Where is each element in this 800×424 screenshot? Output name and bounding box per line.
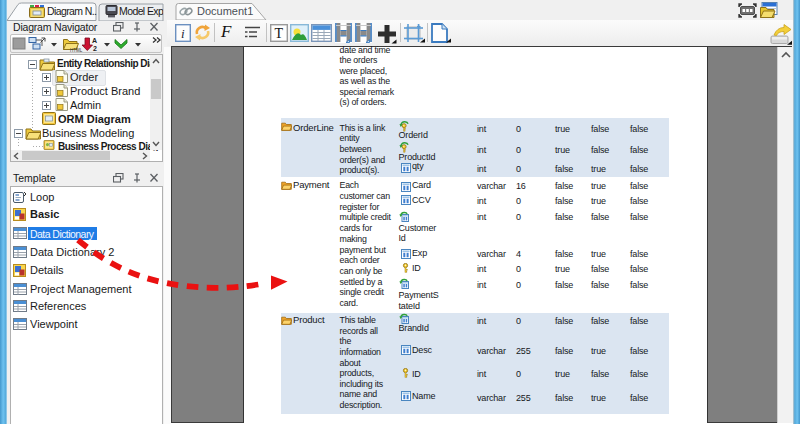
svg-text:HTML: HTML — [70, 48, 83, 53]
svg-text:T: T — [275, 26, 284, 41]
svg-text:i: i — [181, 26, 185, 41]
svg-text:2: 2 — [93, 45, 97, 52]
svg-text:A: A — [92, 37, 97, 44]
